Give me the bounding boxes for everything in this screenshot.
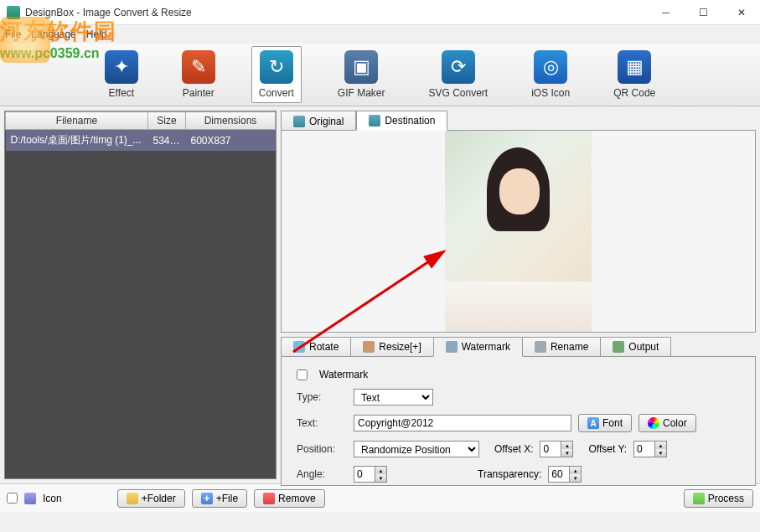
menubar: File Language Help xyxy=(0,25,760,44)
watermark-panel: Watermark Type: Text Text: A Font Color xyxy=(281,356,756,486)
icon-checkbox[interactable] xyxy=(7,493,18,504)
output-label: Output xyxy=(628,341,659,353)
ios-label: iOS Icon xyxy=(531,87,570,99)
table-row[interactable]: D:/tools/桌面/图片/timg (1)_... 534.... 600X… xyxy=(6,130,276,152)
color-icon xyxy=(648,417,659,429)
menu-file[interactable]: File xyxy=(5,28,21,40)
transparency-spinner[interactable]: 60 ▲▼ xyxy=(548,466,582,483)
painter-icon: ✎ xyxy=(182,50,215,84)
offsetx-value: 0 xyxy=(543,443,549,455)
icon-chk-icon xyxy=(24,493,36,504)
qr-label: QR Code xyxy=(613,87,655,99)
color-button[interactable]: Color xyxy=(639,414,696,432)
tool-convert[interactable]: ↻ Convert xyxy=(251,46,302,103)
watermark-tab-label: Watermark xyxy=(462,341,510,353)
window-title: DesignBox - Image Convert & Resize xyxy=(25,7,647,18)
text-label: Text: xyxy=(297,417,347,429)
offsety-up[interactable]: ▲ xyxy=(654,442,666,449)
transparency-up[interactable]: ▲ xyxy=(569,467,581,474)
gif-icon: ▣ xyxy=(344,50,378,84)
text-input[interactable] xyxy=(354,415,571,431)
tool-gifmaker[interactable]: ▣ GIF Maker xyxy=(330,46,393,103)
tool-qrcode[interactable]: ▦ QR Code xyxy=(606,46,663,103)
resize-label: Resize[+] xyxy=(379,341,421,353)
gif-label: GIF Maker xyxy=(338,87,385,99)
offsety-down[interactable]: ▼ xyxy=(654,449,666,457)
tab-rotate[interactable]: Rotate xyxy=(281,337,351,357)
toolbar: ✦ Effect ✎ Painter ↻ Convert ▣ GIF Maker… xyxy=(0,44,760,106)
tab-rename[interactable]: Rename xyxy=(522,337,601,357)
rename-label: Rename xyxy=(551,341,588,353)
titlebar: DesignBox - Image Convert & Resize ─ ☐ ✕ xyxy=(0,0,760,25)
tab-resize[interactable]: Resize[+] xyxy=(350,337,433,357)
minimize-button[interactable]: ─ xyxy=(647,0,685,25)
tab-destination[interactable]: Destination xyxy=(356,111,447,131)
process-label: Process xyxy=(708,493,744,504)
close-button[interactable]: ✕ xyxy=(722,0,760,25)
add-file-button[interactable]: + +File xyxy=(192,489,247,508)
effect-label: Effect xyxy=(109,87,134,99)
offsetx-spinner[interactable]: 0 ▲▼ xyxy=(540,441,573,457)
destination-icon xyxy=(369,115,380,127)
font-btn-label: Font xyxy=(602,417,623,429)
preview-image xyxy=(445,131,592,332)
file-table: Filename Size Dimensions D:/tools/桌面/图片/… xyxy=(5,111,276,151)
angle-up[interactable]: ▲ xyxy=(375,467,386,474)
svg-label: SVG Convert xyxy=(428,87,488,99)
tool-iosicon[interactable]: ◎ iOS Icon xyxy=(524,46,577,103)
effect-icon: ✦ xyxy=(105,50,138,84)
tab-original[interactable]: Original xyxy=(281,111,356,131)
output-icon xyxy=(613,341,624,353)
col-dimensions[interactable]: Dimensions xyxy=(186,112,276,130)
offsety-spinner[interactable]: 0 ▲▼ xyxy=(633,441,667,457)
angle-spinner[interactable]: 0 ▲▼ xyxy=(354,466,387,483)
tool-svgconvert[interactable]: ⟳ SVG Convert xyxy=(421,46,495,103)
convert-icon: ↻ xyxy=(260,50,293,84)
offsetx-label: Offset X: xyxy=(494,443,533,455)
menu-help[interactable]: Help xyxy=(86,28,107,40)
offsety-value: 0 xyxy=(637,443,643,455)
maximize-button[interactable]: ☐ xyxy=(685,0,722,25)
tab-output[interactable]: Output xyxy=(600,337,671,357)
col-filename[interactable]: Filename xyxy=(6,112,148,130)
tab-destination-label: Destination xyxy=(385,115,435,127)
add-file-label: +File xyxy=(216,493,238,504)
font-button[interactable]: A Font xyxy=(578,414,632,432)
svg-icon: ⟳ xyxy=(442,50,475,84)
watermark-chk-label: Watermark xyxy=(319,369,368,380)
watermark-icon xyxy=(446,341,458,353)
tab-original-label: Original xyxy=(309,116,344,127)
font-icon: A xyxy=(587,417,599,429)
preview-tabs: Original Destination xyxy=(281,111,756,131)
qr-icon: ▦ xyxy=(618,50,651,84)
tab-watermark[interactable]: Watermark xyxy=(433,337,523,357)
position-select[interactable]: Randomize Position xyxy=(354,441,479,457)
painter-label: Painter xyxy=(183,87,215,99)
remove-icon xyxy=(263,493,275,504)
angle-down[interactable]: ▼ xyxy=(375,474,386,482)
rotate-icon xyxy=(293,341,305,353)
transparency-label: Transparency: xyxy=(478,468,541,480)
menu-language[interactable]: Language xyxy=(31,28,75,40)
preview-area xyxy=(281,130,756,333)
add-folder-button[interactable]: +Folder xyxy=(117,489,185,508)
col-size[interactable]: Size xyxy=(148,112,186,130)
cell-dimensions: 600X837 xyxy=(186,130,276,152)
position-label: Position: xyxy=(297,443,347,455)
resize-icon xyxy=(363,341,375,353)
process-button[interactable]: Process xyxy=(684,489,753,508)
tool-effect[interactable]: ✦ Effect xyxy=(97,46,146,103)
transparency-down[interactable]: ▼ xyxy=(569,474,581,482)
settings-tabs: Rotate Resize[+] Watermark Rename Output xyxy=(281,337,756,357)
type-select[interactable]: Text xyxy=(354,389,433,405)
tool-painter[interactable]: ✎ Painter xyxy=(174,46,223,103)
offsetx-up[interactable]: ▲ xyxy=(561,442,572,449)
rename-icon xyxy=(535,341,546,353)
file-list-pane: Filename Size Dimensions D:/tools/桌面/图片/… xyxy=(4,111,277,479)
right-pane: Original Destination Rotate Resize[+] xyxy=(281,111,756,479)
remove-label: Remove xyxy=(278,493,316,504)
offsetx-down[interactable]: ▼ xyxy=(561,449,572,457)
remove-button[interactable]: Remove xyxy=(254,489,325,508)
add-folder-label: +Folder xyxy=(142,493,176,504)
watermark-checkbox[interactable] xyxy=(297,369,308,380)
